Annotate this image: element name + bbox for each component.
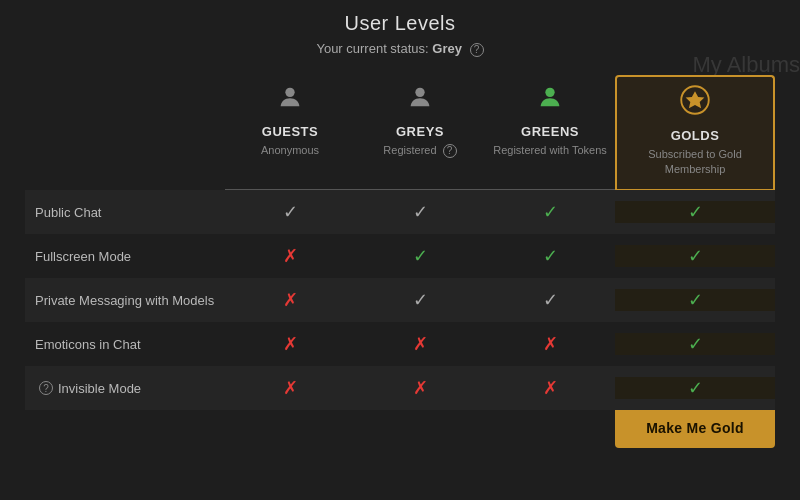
feature-greys-emoticons: ✗ bbox=[355, 333, 485, 355]
feature-golds-invisible: ✓ bbox=[615, 377, 775, 399]
header-empty-col bbox=[25, 75, 225, 190]
divider-greys bbox=[355, 189, 485, 190]
feature-greys-private-msg: ✓ bbox=[355, 289, 485, 311]
svg-point-2 bbox=[545, 87, 554, 96]
footer-empty-4 bbox=[485, 410, 615, 448]
guests-name: GUESTS bbox=[262, 124, 318, 139]
svg-point-1 bbox=[415, 87, 424, 96]
levels-table-wrapper: GUESTS Anonymous GREYS Registered ? bbox=[25, 75, 775, 449]
guests-column-header: GUESTS Anonymous bbox=[225, 75, 355, 190]
feature-greens-emoticons: ✗ bbox=[485, 333, 615, 355]
divider-greens bbox=[485, 189, 615, 190]
feature-guests-emoticons: ✗ bbox=[225, 333, 355, 355]
features-table: Public Chat ✓ ✓ ✓ ✓ Fullscreen Mode ✗ ✓ … bbox=[25, 190, 775, 410]
feature-label-fullscreen: Fullscreen Mode bbox=[25, 249, 225, 264]
feature-row-emoticons: Emoticons in Chat ✗ ✗ ✗ ✓ bbox=[25, 322, 775, 366]
feature-row-fullscreen: Fullscreen Mode ✗ ✓ ✓ ✓ bbox=[25, 234, 775, 278]
greens-column-header: GREENS Registered with Tokens bbox=[485, 75, 615, 190]
current-status-bar: Your current status: Grey ? bbox=[316, 41, 483, 57]
feature-greens-public-chat: ✓ bbox=[485, 201, 615, 223]
greens-name: GREENS bbox=[521, 124, 579, 139]
make-gold-button[interactable]: Make Me Gold bbox=[646, 420, 744, 436]
feature-row-private-msg: Private Messaging with Models ✗ ✓ ✓ ✓ bbox=[25, 278, 775, 322]
feature-greens-private-msg: ✓ bbox=[485, 289, 615, 311]
greys-desc: Registered ? bbox=[383, 143, 456, 158]
greens-icon bbox=[536, 83, 564, 118]
feature-row-invisible: ? Invisible Mode ✗ ✗ ✗ ✓ bbox=[25, 366, 775, 410]
footer-empty-1 bbox=[25, 410, 225, 448]
feature-greys-public-chat: ✓ bbox=[355, 201, 485, 223]
divider-golds bbox=[615, 189, 775, 190]
page-container: User Levels Your current status: Grey ? … bbox=[0, 0, 800, 500]
feature-greys-fullscreen: ✓ bbox=[355, 245, 485, 267]
greys-name: GREYS bbox=[396, 124, 444, 139]
feature-guests-public-chat: ✓ bbox=[225, 201, 355, 223]
feature-label-invisible: ? Invisible Mode bbox=[25, 381, 225, 396]
footer-empty-3 bbox=[355, 410, 485, 448]
status-prefix: Your current status: bbox=[316, 41, 428, 56]
svg-point-0 bbox=[285, 87, 294, 96]
feature-row-public-chat: Public Chat ✓ ✓ ✓ ✓ bbox=[25, 190, 775, 234]
divider-row bbox=[25, 189, 775, 190]
guests-desc: Anonymous bbox=[261, 143, 319, 158]
levels-header: GUESTS Anonymous GREYS Registered ? bbox=[25, 75, 775, 190]
feature-greens-invisible: ✗ bbox=[485, 377, 615, 399]
feature-greys-invisible: ✗ bbox=[355, 377, 485, 399]
greys-help-icon[interactable]: ? bbox=[443, 144, 457, 158]
gold-footer: Make Me Gold bbox=[25, 410, 775, 448]
status-help-icon[interactable]: ? bbox=[470, 43, 484, 57]
page-title: User Levels bbox=[344, 12, 455, 35]
make-gold-wrapper[interactable]: Make Me Gold bbox=[615, 410, 775, 448]
divider-empty bbox=[25, 189, 225, 190]
feature-label-public-chat: Public Chat bbox=[25, 205, 225, 220]
feature-guests-invisible: ✗ bbox=[225, 377, 355, 399]
footer-empty-2 bbox=[225, 410, 355, 448]
golds-column-header: GOLDS Subscribed to Gold Membership bbox=[615, 75, 775, 190]
feature-guests-private-msg: ✗ bbox=[225, 289, 355, 311]
divider-guests bbox=[225, 189, 355, 190]
greys-column-header: GREYS Registered ? bbox=[355, 75, 485, 190]
svg-marker-4 bbox=[686, 91, 705, 108]
golds-name: GOLDS bbox=[671, 128, 720, 143]
feature-label-emoticons: Emoticons in Chat bbox=[25, 337, 225, 352]
greens-desc: Registered with Tokens bbox=[493, 143, 607, 158]
feature-guests-fullscreen: ✗ bbox=[225, 245, 355, 267]
guests-icon bbox=[276, 83, 304, 118]
feature-golds-emoticons: ✓ bbox=[615, 333, 775, 355]
feature-golds-public-chat: ✓ bbox=[615, 201, 775, 223]
feature-golds-fullscreen: ✓ bbox=[615, 245, 775, 267]
golds-desc: Subscribed to Gold Membership bbox=[623, 147, 767, 178]
feature-greens-fullscreen: ✓ bbox=[485, 245, 615, 267]
invisible-help-icon[interactable]: ? bbox=[39, 381, 53, 395]
status-value: Grey bbox=[432, 41, 462, 56]
golds-icon bbox=[680, 85, 710, 122]
greys-icon bbox=[406, 83, 434, 118]
feature-golds-private-msg: ✓ bbox=[615, 289, 775, 311]
feature-label-private-msg: Private Messaging with Models bbox=[25, 293, 225, 308]
